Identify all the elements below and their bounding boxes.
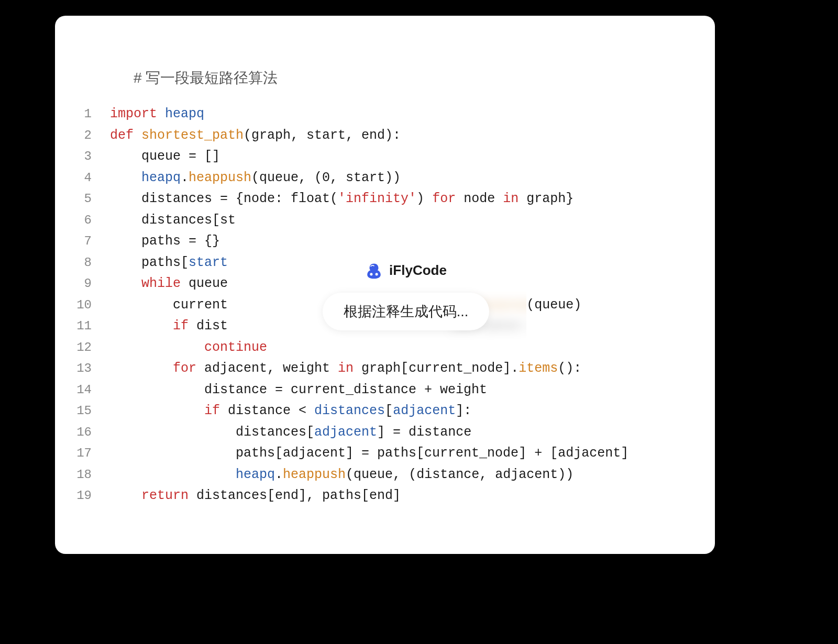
- code-line[interactable]: 2def shortest_path(graph, start, end):: [71, 125, 689, 147]
- code-line[interactable]: 16 distances[adjacent] = distance: [71, 422, 689, 443]
- code-content: distance = current_distance + weight: [110, 380, 689, 401]
- code-content: heapq.heappush(queue, (0, start)): [110, 168, 689, 189]
- code-line[interactable]: 13 for adjacent, weight in graph[current…: [71, 358, 689, 380]
- line-number: 3: [71, 147, 110, 167]
- line-number: 6: [71, 210, 110, 231]
- code-line[interactable]: 17 paths[adjacent] = paths[current_node]…: [71, 443, 689, 464]
- code-line[interactable]: 14 distance = current_distance + weight: [71, 380, 689, 401]
- line-number: 14: [71, 380, 110, 401]
- code-content: queue = []: [110, 146, 689, 168]
- code-comment: # 写一段最短路径算法: [134, 68, 689, 88]
- code-line[interactable]: 15 if distance < distances[adjacent]:: [71, 401, 689, 422]
- code-line[interactable]: 5 distances = {node: float('infinity') f…: [71, 188, 689, 210]
- code-line[interactable]: 18 heapq.heappush(queue, (distance, adja…: [71, 464, 689, 486]
- code-editor-window: # 写一段最短路径算法 1import heapq2def shortest_p…: [55, 16, 715, 554]
- code-content: paths[adjacent] = paths[current_node] + …: [110, 443, 689, 464]
- line-number: 7: [71, 231, 110, 252]
- code-content: def shortest_path(graph, start, end):: [110, 125, 689, 147]
- line-number: 11: [71, 316, 110, 337]
- line-number: 15: [71, 401, 110, 421]
- code-line[interactable]: 4 heapq.heappush(queue, (0, start)): [71, 168, 689, 189]
- code-content: for adjacent, weight in graph[current_no…: [110, 358, 689, 380]
- line-number: 1: [71, 104, 110, 125]
- line-number: 17: [71, 443, 110, 464]
- popup-brand: iFlyCode: [365, 262, 447, 280]
- line-number: 18: [71, 465, 110, 485]
- line-number: 9: [71, 274, 110, 294]
- code-content: if distance < distances[adjacent]:: [110, 401, 689, 422]
- iflycode-logo-icon: [365, 262, 383, 280]
- popup-brand-text: iFlyCode: [389, 262, 447, 279]
- code-content: distances[adjacent] = distance: [110, 422, 689, 443]
- code-content: import heapq: [110, 104, 689, 125]
- line-number: 12: [71, 338, 110, 358]
- code-line[interactable]: 3 queue = []: [71, 146, 689, 168]
- svg-point-0: [370, 273, 372, 275]
- line-number: 4: [71, 168, 110, 188]
- code-line[interactable]: 19 return distances[end], paths[end]: [71, 485, 689, 507]
- line-number: 13: [71, 359, 110, 379]
- code-content: distances = {node: float('infinity') for…: [110, 188, 689, 210]
- svg-point-1: [376, 273, 378, 275]
- popup-message[interactable]: 根据注释生成代码...: [323, 293, 490, 330]
- line-number: 10: [71, 295, 110, 316]
- code-content: heapq.heappush(queue, (distance, adjacen…: [110, 464, 689, 486]
- code-line[interactable]: 6 distances[st: [71, 210, 689, 231]
- code-suggestion-popup[interactable]: iFlyCode 根据注释生成代码...: [285, 230, 526, 361]
- line-number: 16: [71, 423, 110, 443]
- code-content: distances[st: [110, 210, 689, 231]
- line-number: 8: [71, 253, 110, 273]
- code-content: return distances[end], paths[end]: [110, 485, 689, 507]
- code-line[interactable]: 1import heapq: [71, 104, 689, 125]
- line-number: 5: [71, 189, 110, 209]
- line-number: 2: [71, 126, 110, 146]
- line-number: 19: [71, 486, 110, 506]
